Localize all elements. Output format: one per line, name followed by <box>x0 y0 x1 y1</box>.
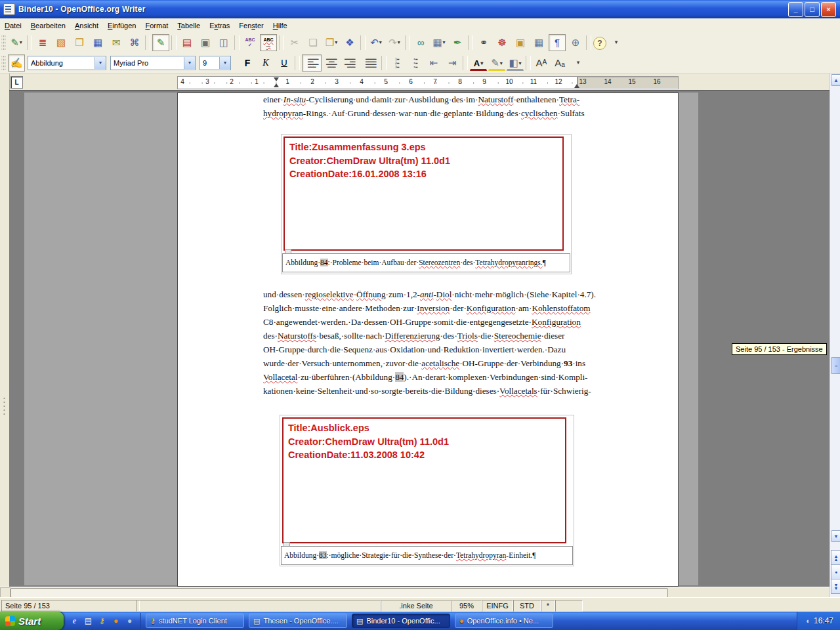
figure-caption-83[interactable]: Abbildung·83:·mögliche·Strategie·für·die… <box>284 551 536 559</box>
draw-functions-button[interactable]: ✒ <box>449 34 466 51</box>
text-line[interactable]: wurde·der·Versuch·unternommen,·zuvor·die… <box>263 358 611 372</box>
key-quicklaunch-icon[interactable]: ⚷ <box>96 616 108 627</box>
zoom-button[interactable]: ⊕ <box>567 34 584 51</box>
dropdown-arrow-icon[interactable]: ▾ <box>20 39 22 45</box>
toolbar-more-button[interactable]: ▾ <box>570 54 587 71</box>
document-page[interactable]: einer·In-situ-Cyclisierung·und·damit·zur… <box>177 93 679 587</box>
taskbar-button-thesen[interactable]: ▤Thesen - OpenOffice.... <box>249 614 347 628</box>
right-margin-marker[interactable] <box>574 84 579 88</box>
print-button[interactable]: ▣ <box>197 34 214 51</box>
font-size-combo[interactable]: 9 ▾ <box>200 56 231 70</box>
increase-font-button[interactable]: Aᴬ <box>533 54 550 72</box>
increase-indent-button[interactable]: ⇥ <box>444 54 461 72</box>
page-preview-button[interactable]: ◫ <box>215 34 232 51</box>
format-paintbrush-button[interactable]: ❖ <box>341 34 358 51</box>
font-name-combo[interactable]: Myriad Pro ▾ <box>110 56 196 70</box>
eps-placeholder-84[interactable]: Title:Zusammenfassung 3.epsCreator:ChemD… <box>284 136 564 251</box>
horizontal-scrollbar-thumb[interactable] <box>10 588 668 598</box>
italic-button[interactable]: K <box>257 54 274 72</box>
figure-caption-band[interactable]: Abbildung·83:·mögliche·Strategie·für·die… <box>281 546 573 565</box>
menu-datei[interactable]: Datei <box>0 20 26 32</box>
horizontal-scrollbar[interactable] <box>0 587 830 598</box>
menu-einfuegen[interactable]: Einfügen <box>103 20 140 32</box>
text-line[interactable]: hydropyran-Rings.·Auf·Grund·dessen·war·n… <box>263 108 611 122</box>
tray-volume-icon[interactable]: ◖ <box>805 617 810 625</box>
styles-window-button[interactable]: ✍ <box>8 54 25 72</box>
insert-picture-button[interactable]: ▧ <box>52 34 70 51</box>
align-right-button[interactable]: ▬▬▬▬ ▬▬ ▬▬▬▬ ▬▬▬ <box>341 54 361 72</box>
menu-fenster[interactable]: Fenster <box>234 20 268 32</box>
formatting-marks-button[interactable]: ¶ <box>549 34 566 51</box>
help-button[interactable]: ? <box>593 37 606 50</box>
open-button[interactable]: ❐ <box>71 34 88 51</box>
ie-quicklaunch-icon[interactable]: e <box>69 616 80 627</box>
decrease-indent-button[interactable]: ⇤ <box>425 54 442 72</box>
edit-file-button[interactable]: ✎ <box>152 34 169 51</box>
numbered-list-button[interactable]: 1▬ 2▬ 3▬ <box>388 54 406 72</box>
underline-button[interactable]: U <box>276 54 293 72</box>
minimize-button[interactable]: _ <box>788 2 803 17</box>
close-button[interactable]: × <box>821 2 836 17</box>
text-line[interactable]: einer·In-situ-Cyclisierung·und·damit·zur… <box>263 94 611 108</box>
status-cell[interactable]: STD <box>513 600 541 612</box>
bold-button[interactable]: F <box>239 54 256 72</box>
export-pdf-button[interactable]: ▤ <box>178 34 196 51</box>
vertical-scrollbar[interactable]: ▲ ≡ ▼ ▲ ▲ ● ▼ ▼ <box>830 74 840 597</box>
text-line[interactable]: Folglich·musste·eine·andere·Methoden·zur… <box>263 303 611 317</box>
figure-frame-83[interactable]: Title:Ausblick.epsCreator:ChemDraw Ultra… <box>280 415 574 566</box>
app-quicklaunch-icon[interactable]: ● <box>124 616 135 627</box>
autotext-button[interactable]: ⌘ <box>126 34 143 51</box>
insert-table-button[interactable]: ▦▾ <box>430 34 448 51</box>
bullet-list-button[interactable]: •▬ •▬ •▬ <box>407 54 424 72</box>
undo-button[interactable]: ↶▾ <box>368 34 385 51</box>
status-cell[interactable] <box>555 600 583 612</box>
highlighting-button[interactable]: ✎▾ <box>488 56 505 71</box>
notes-quicklaunch-icon[interactable]: ▤ <box>83 616 94 627</box>
cut-button[interactable]: ✂ <box>286 34 303 51</box>
dropdown-arrow-icon[interactable]: ▾ <box>335 39 337 45</box>
scroll-up-button[interactable]: ▲ <box>831 74 840 86</box>
data-sources-button[interactable]: ▦ <box>530 34 547 51</box>
text-line[interactable]: und·dessen·regioselektive·Öffnung·zum·1,… <box>263 289 611 303</box>
status-cell[interactable]: .inke Seite <box>381 600 452 612</box>
toolbar-grip[interactable] <box>1 35 6 50</box>
menu-hilfe[interactable]: Hilfe <box>268 20 292 32</box>
dropdown-arrow-icon[interactable]: ▾ <box>500 60 503 66</box>
new-document-button[interactable]: ✎▾ <box>8 34 25 51</box>
menu-ansicht[interactable]: Ansicht <box>70 20 103 32</box>
menu-extras[interactable]: Extras <box>205 20 234 32</box>
background-color-button[interactable]: ◧▾ <box>507 56 524 71</box>
align-center-button[interactable]: ▬▬▬▬ ▬▬ ▬▬▬▬ ▬▬▬ <box>323 54 340 72</box>
text-line[interactable]: kationen·keine·Seltenheit·und·so·sorgte·… <box>263 386 611 400</box>
scroll-down-button[interactable]: ▼ <box>831 530 840 542</box>
text-line[interactable]: Vollacetal·zu·überführen·(Abbildung·84).… <box>263 372 611 386</box>
dropdown-arrow-icon[interactable]: ▾ <box>398 39 400 45</box>
save-button[interactable]: ▦ <box>89 34 106 51</box>
next-page-button[interactable]: ▼ ▼ <box>831 579 840 594</box>
dropdown-arrow-icon[interactable]: ▾ <box>519 60 522 66</box>
taskbar-button-studnet[interactable]: ⚷studNET Login Client <box>146 614 244 628</box>
status-cell[interactable]: * <box>541 600 555 612</box>
figure-caption-band[interactable]: Abbildung·84:·Probleme·beim·Aufbau·der·S… <box>282 253 570 272</box>
toolbar-grip[interactable] <box>1 56 6 70</box>
eps-placeholder-83[interactable]: Title:Ausblick.epsCreator:ChemDraw Ultra… <box>282 417 566 543</box>
paragraph-style-combo[interactable]: Abbildung ▾ <box>28 56 106 70</box>
find-replace-button[interactable]: ⚭ <box>475 34 492 51</box>
hyperlink-button[interactable]: ∞ <box>412 34 429 51</box>
dropdown-arrow-icon[interactable]: ▾ <box>480 60 483 66</box>
email-button[interactable]: ✉ <box>108 34 125 51</box>
spellcheck-button[interactable]: ABC ✓ <box>242 34 259 51</box>
horizontal-ruler[interactable]: 432112345678910111213141516 <box>177 76 679 89</box>
vertical-scrollbar-thumb[interactable]: ≡ <box>831 357 840 374</box>
tab-stop-selector[interactable]: L <box>10 76 23 89</box>
align-justify-button[interactable]: ▬▬▬▬ ▬▬▬▬ ▬▬▬▬ ▬▬▬▬ <box>362 54 379 72</box>
paste-button[interactable]: ❐▾ <box>323 34 340 51</box>
combo-dropdown-icon[interactable]: ▾ <box>94 57 106 69</box>
previous-page-button[interactable]: ▲ ▲ <box>831 550 840 565</box>
text-line[interactable]: des·Naturstoffs·besaß,·sollte·nach·Diffe… <box>263 331 611 345</box>
navigator-button[interactable]: ☸ <box>494 34 511 51</box>
document-template-button[interactable]: ≣ <box>34 34 51 51</box>
combo-dropdown-icon[interactable]: ▾ <box>184 57 195 69</box>
navigation-button[interactable]: ● <box>831 564 840 579</box>
align-left-button[interactable]: ▬▬▬▬ ▬▬ ▬▬▬▬ ▬▬▬ <box>302 54 322 72</box>
